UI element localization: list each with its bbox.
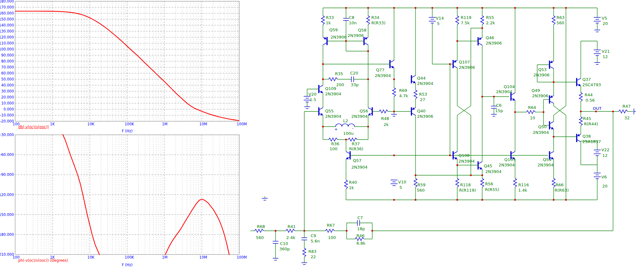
component-label[interactable]: R63 <box>556 15 565 20</box>
component-label[interactable]: 2N3904 <box>375 73 391 78</box>
phase-plot[interactable]: 1001K10K100K1M10M100M-30.000-60.000-90.0… <box>0 126 247 269</box>
component-label[interactable]: 10n <box>349 21 357 25</box>
component-label[interactable]: R45 <box>583 116 591 121</box>
component-label[interactable]: R53 <box>419 92 427 97</box>
component-label[interactable]: R(R33) <box>371 21 386 25</box>
component-label[interactable]: 100u <box>343 131 354 136</box>
component-label[interactable]: R56 <box>485 182 493 186</box>
component-label[interactable]: 15p <box>495 108 503 113</box>
component-label[interactable]: 1k <box>326 21 331 25</box>
component-label[interactable]: Q45 <box>484 164 492 168</box>
component-label[interactable]: Q46 <box>486 35 494 40</box>
component-label[interactable]: 10 <box>530 116 535 120</box>
component-label[interactable]: V6 <box>601 175 607 179</box>
component-label[interactable]: Q55 <box>325 109 334 113</box>
component-label[interactable]: 2N3904 <box>351 114 368 119</box>
component-label[interactable]: V10 <box>398 180 406 184</box>
component-label[interactable]: Q109 <box>325 86 336 91</box>
component-label[interactable]: 200 <box>336 82 344 87</box>
component-label[interactable]: Q56 <box>360 109 368 113</box>
component-label[interactable]: 1k <box>349 185 354 190</box>
component-label[interactable]: Q53 <box>538 67 547 72</box>
component-label[interactable]: V22 <box>601 147 609 152</box>
component-label[interactable]: R36 <box>331 141 339 146</box>
component-label[interactable]: OUT <box>593 106 602 111</box>
component-label[interactable]: R59 <box>417 182 426 187</box>
magnitude-plot[interactable]: 1001K10K100K1M10M100M180.000170.000160.0… <box>0 0 247 126</box>
component-label[interactable]: V20 <box>308 92 316 97</box>
component-label[interactable]: 12 <box>602 153 608 158</box>
component-label[interactable]: 2N3906 <box>331 35 347 39</box>
component-label[interactable]: R64 <box>528 105 536 110</box>
component-label[interactable]: 2N3906 <box>533 73 550 77</box>
component-label[interactable]: 100 <box>330 146 337 151</box>
component-label[interactable]: 2N3904 <box>325 114 341 119</box>
component-label[interactable]: Q38 <box>582 134 591 139</box>
component-label[interactable]: R46 <box>356 233 365 238</box>
component-label[interactable]: R119 <box>461 15 471 20</box>
component-label[interactable]: R118 <box>460 182 471 187</box>
component-label[interactable]: 2N3904 <box>496 89 512 94</box>
component-label[interactable]: R41 <box>288 224 296 229</box>
component-label[interactable]: Q104 <box>504 84 515 89</box>
component-label[interactable]: Q108 <box>459 153 470 158</box>
component-label[interactable]: Q54 <box>543 157 551 162</box>
component-label[interactable]: R83 <box>308 249 317 254</box>
magnitude-trace-label[interactable]: db(-v(oc)/v(ooc)) <box>18 125 49 129</box>
component-label[interactable]: R69 <box>399 88 407 93</box>
component-label[interactable]: C7 <box>357 215 363 220</box>
component-label[interactable]: 2N3904 <box>485 169 501 174</box>
component-label[interactable]: Q50 <box>538 124 547 129</box>
component-label[interactable]: Q107 <box>459 60 470 64</box>
component-label[interactable]: R(R119) <box>459 188 476 193</box>
component-label[interactable]: 27 <box>420 97 425 102</box>
component-label[interactable]: 4.7k <box>399 93 408 98</box>
component-label[interactable]: 2k <box>384 122 389 127</box>
component-label[interactable]: 2N3904 <box>351 165 368 170</box>
component-label[interactable]: C10 <box>280 241 288 246</box>
schematic[interactable]: R331kC810nR34R(R33)Q592N3906Q582N3906V14… <box>250 7 636 265</box>
component-label[interactable]: 32 <box>624 116 630 120</box>
component-label[interactable]: R68 <box>257 224 265 229</box>
component-label[interactable]: R(R55) <box>485 187 499 192</box>
component-label[interactable]: R35 <box>335 71 343 76</box>
component-label[interactable]: 1.5 <box>310 97 316 102</box>
component-label[interactable]: 7.5k <box>461 21 470 25</box>
component-label[interactable]: 2N3904 <box>459 159 475 164</box>
component-label[interactable]: 20 <box>603 21 608 26</box>
component-label[interactable]: R44 <box>585 93 593 97</box>
component-label[interactable]: R(R44) <box>584 122 598 126</box>
component-label[interactable]: 18p <box>357 226 365 231</box>
component-label[interactable]: 2N3904 <box>538 163 554 167</box>
component-label[interactable]: 2N3906 <box>348 33 364 38</box>
component-label[interactable]: 2SC4793 <box>582 82 601 87</box>
component-label[interactable]: + <box>334 127 338 132</box>
component-label[interactable]: Q58 <box>358 28 367 33</box>
component-label[interactable]: 360p <box>279 247 290 251</box>
component-label[interactable]: 2N3906 <box>459 65 475 70</box>
component-label[interactable]: R33 <box>326 15 334 20</box>
component-label[interactable]: 22 <box>311 254 316 259</box>
component-label[interactable]: 2N3904 <box>499 163 515 167</box>
component-label[interactable]: V5 <box>602 16 607 21</box>
component-label[interactable]: R48 <box>381 116 389 121</box>
component-label[interactable]: R34 <box>371 15 380 20</box>
component-label[interactable]: 12 <box>603 54 608 59</box>
component-label[interactable]: Q40 <box>417 109 426 113</box>
component-label[interactable]: 2N3906 <box>532 93 548 98</box>
component-label[interactable]: R40 <box>349 180 357 185</box>
component-label[interactable]: R47 <box>623 104 631 109</box>
component-label[interactable]: 560 <box>417 188 425 193</box>
component-label[interactable]: 100 <box>328 235 336 240</box>
component-label[interactable]: 2N3904 <box>325 92 341 96</box>
component-label[interactable]: R(R63) <box>555 188 569 193</box>
component-label[interactable]: Q37 <box>582 77 591 82</box>
component-label[interactable]: Q59 <box>329 27 338 32</box>
component-label[interactable]: 5 <box>437 21 440 26</box>
component-label[interactable]: 2N3906 <box>417 114 433 119</box>
component-label[interactable]: R55 <box>486 15 494 20</box>
component-label[interactable]: Q44 <box>417 76 426 81</box>
component-label[interactable]: 560 <box>556 21 564 25</box>
component-label[interactable]: 2.2k <box>486 21 495 25</box>
component-label[interactable]: - <box>352 126 354 130</box>
